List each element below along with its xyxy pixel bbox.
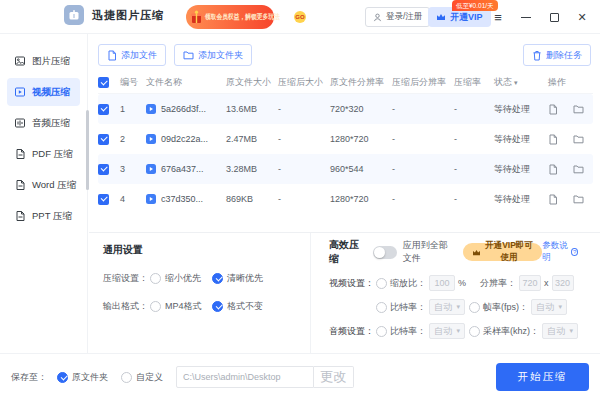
gift-icon <box>190 10 203 24</box>
preview-file-icon[interactable] <box>548 134 558 145</box>
radio-video-bitrate[interactable] <box>376 302 387 313</box>
word-compress-icon <box>14 179 26 191</box>
sample-rate-select[interactable]: 自动 ▾ <box>542 323 578 339</box>
sidebar-item-label: 图片压缩 <box>32 55 70 68</box>
col-status-label: 状态 <box>494 76 512 89</box>
after-resolution: - <box>392 194 454 204</box>
vip-unlock-button[interactable]: 开通VIP即可使用 <box>463 243 543 261</box>
question-icon: ? <box>571 248 578 256</box>
trash-icon <box>532 50 542 61</box>
menu-icon[interactable]: ≡ <box>492 11 504 23</box>
close-icon[interactable]: ✕ <box>576 11 588 23</box>
user-icon <box>373 13 382 22</box>
general-settings: 通用设置 压缩设置： 缩小优先 清晰优先 输出格式： MP4格式 <box>89 233 311 353</box>
change-path-button[interactable]: 更改 <box>314 366 354 388</box>
sidebar-item-pdf-compress[interactable]: PDF 压缩 <box>7 140 80 168</box>
login-button[interactable]: 登录/注册 <box>365 7 430 27</box>
radio-label: MP4格式 <box>165 300 202 313</box>
title-bar: 迅捷图片压缩 领取会员权益，解锁更多玩法 GO 登录/注册 低至¥0.01/天 … <box>0 0 600 34</box>
save-path-input[interactable]: C:\Users\admin\Desktop <box>176 366 314 388</box>
radio-audio-bitrate[interactable] <box>376 326 387 337</box>
sidebar-item-image-compress[interactable]: 图片压缩 <box>7 47 80 75</box>
file-icon <box>107 50 117 61</box>
open-folder-icon[interactable] <box>573 164 584 174</box>
video-bitrate-select[interactable]: 自动 ▾ <box>429 299 465 315</box>
apply-all-toggle[interactable] <box>373 246 397 259</box>
radio-checked-icon <box>212 273 223 284</box>
file-name: 5a266d3f... <box>161 104 206 114</box>
radio-sample-rate[interactable] <box>469 326 480 337</box>
status-text: 等待处理 <box>494 103 546 116</box>
radio-mp4-format[interactable]: MP4格式 <box>150 300 212 313</box>
radio-fps[interactable] <box>469 302 480 313</box>
resolution: 1280*720 <box>330 194 392 204</box>
sidebar-item-label: 视频压缩 <box>32 86 70 99</box>
play-icon <box>146 134 156 144</box>
preview-file-icon[interactable] <box>548 164 558 175</box>
after-size: - <box>278 134 330 144</box>
add-file-button[interactable]: 添加文件 <box>98 44 166 66</box>
row-checkbox[interactable] <box>98 134 109 145</box>
folder-icon <box>183 50 194 60</box>
status-text: 等待处理 <box>494 133 546 146</box>
start-compress-button[interactable]: 开始压缩 <box>496 363 589 391</box>
sidebar-item-ppt-compress[interactable]: PPT 压缩 <box>7 202 80 230</box>
open-folder-icon[interactable] <box>573 104 584 114</box>
col-status-filter[interactable]: 状态 ▾ <box>494 76 546 89</box>
preview-file-icon[interactable] <box>548 104 558 115</box>
radio-icon <box>150 301 161 312</box>
image-compress-icon <box>14 55 26 67</box>
params-help-link[interactable]: 参数说明 ? <box>542 240 578 264</box>
scale-input[interactable]: 100 <box>429 275 455 291</box>
compress-setting-label: 压缩设置： <box>103 272 150 285</box>
after-size: - <box>278 104 330 114</box>
select-all-checkbox[interactable] <box>98 77 109 88</box>
status-text: 等待处理 <box>494 193 546 206</box>
resolution: 720*320 <box>330 104 392 114</box>
radio-clarity-first[interactable]: 清晰优先 <box>212 272 263 285</box>
save-to-label: 保存至： <box>11 371 47 384</box>
chevron-down-icon: ▾ <box>456 303 460 311</box>
times-sign: x <box>544 278 549 288</box>
output-format-label: 输出格式： <box>103 300 150 313</box>
open-folder-icon[interactable] <box>573 194 584 204</box>
app-title: 迅捷图片压缩 <box>92 8 164 23</box>
open-folder-icon[interactable] <box>573 134 584 144</box>
audio-bitrate-select[interactable]: 自动 ▾ <box>429 323 465 339</box>
row-no: 3 <box>120 164 146 174</box>
col-resolution: 原文件分辨率 <box>330 76 392 89</box>
select-value: 自动 <box>434 325 452 338</box>
output-format-row: 输出格式： MP4格式 格式不变 <box>103 292 310 320</box>
minimize-icon[interactable] <box>520 11 532 23</box>
col-no: 编号 <box>120 76 146 89</box>
main-content: 添加文件 添加文件夹 删除任务 编号 文件名称 原文件大小 压缩后大小 原文件分… <box>89 34 600 353</box>
select-value: 自动 <box>547 325 565 338</box>
row-checkbox[interactable] <box>98 104 109 115</box>
row-checkbox[interactable] <box>98 164 109 175</box>
row-checkbox[interactable] <box>98 194 109 205</box>
radio-original-folder[interactable]: 原文件夹 <box>57 371 108 384</box>
sidebar-item-word-compress[interactable]: Word 压缩 <box>7 171 80 199</box>
resolution-width-input[interactable]: 720 <box>519 275 541 291</box>
add-folder-button[interactable]: 添加文件夹 <box>174 44 252 66</box>
sidebar-item-video-compress[interactable]: 视频压缩 <box>7 78 80 106</box>
go-badge: GO <box>294 11 306 23</box>
status-text: 等待处理 <box>494 163 546 176</box>
maximize-icon[interactable] <box>548 11 560 23</box>
radio-label: 格式不变 <box>227 300 263 313</box>
save-path-group: C:\Users\admin\Desktop 更改 <box>176 366 354 388</box>
window-controls: ≡ ✕ <box>492 0 588 34</box>
delete-task-button[interactable]: 删除任务 <box>523 44 591 66</box>
file-size: 3.28MB <box>226 164 278 174</box>
radio-keep-format[interactable]: 格式不变 <box>212 300 263 313</box>
resolution-height-input[interactable]: 320 <box>552 275 574 291</box>
preview-file-icon[interactable] <box>548 194 558 205</box>
radio-custom-folder[interactable]: 自定义 <box>121 371 163 384</box>
scrollbar-thumb[interactable] <box>86 110 89 190</box>
promo-banner[interactable]: 领取会员权益，解锁更多玩法 GO <box>186 5 274 29</box>
sidebar-item-audio-compress[interactable]: 音频压缩 <box>7 109 80 137</box>
radio-shrink-first[interactable]: 缩小优先 <box>150 272 212 285</box>
promo-text: 领取会员权益，解锁更多玩法 <box>205 12 280 22</box>
fps-select[interactable]: 自动 ▾ <box>531 299 567 315</box>
radio-scale[interactable] <box>376 278 387 289</box>
